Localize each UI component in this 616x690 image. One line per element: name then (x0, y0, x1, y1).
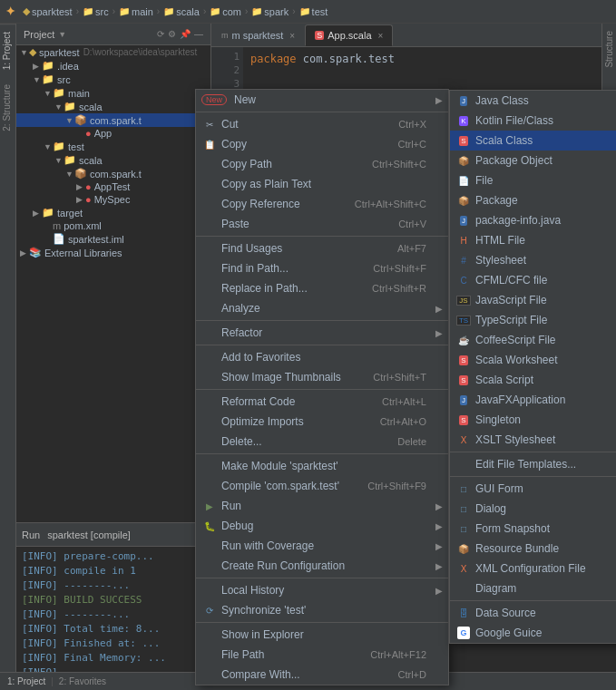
menu-item-compare[interactable]: Compare With... Ctrl+D (196, 665, 448, 685)
tab-app-scala[interactable]: S App.scala × (305, 24, 393, 46)
menu-item-create-run[interactable]: Create Run Configuration ▶ (196, 556, 448, 576)
menu-item-replace-path[interactable]: Replace in Path... Ctrl+Shift+R (196, 278, 448, 298)
tree-item-main[interactable]: ▼ 📁 main (16, 86, 210, 100)
tree-item-ext-libs[interactable]: ▶ 📚 External Libraries (16, 246, 210, 259)
submenu-edit-templates[interactable]: Edit File Templates... (450, 454, 616, 474)
menu-item-refactor[interactable]: Refactor ▶ (196, 323, 448, 343)
submenu-package-obj[interactable]: 📦 Package Object (450, 151, 616, 170)
menu-item-coverage[interactable]: Run with Coverage ▶ (196, 536, 448, 556)
menu-item-cut[interactable]: ✂ Cut Ctrl+X (196, 114, 448, 134)
submenu-xslt[interactable]: X XSLT Stylesheet (450, 430, 616, 450)
tree-item-src[interactable]: ▼ 📁 src (16, 73, 210, 86)
breadcrumb-com[interactable]: 📁 com (210, 6, 241, 17)
menu-item-optimize[interactable]: Optimize Imports Ctrl+Alt+O (196, 412, 448, 432)
breadcrumb-test[interactable]: 📁 test (299, 6, 328, 17)
submenu-stylesheet[interactable]: # Stylesheet (450, 250, 616, 270)
submenu-cfml[interactable]: C CFML/CFC file (450, 270, 616, 290)
bc-label-scala[interactable]: scala (176, 6, 200, 17)
menu-item-analyze[interactable]: Analyze ▶ (196, 298, 448, 318)
bc-label-test[interactable]: test (312, 6, 328, 17)
tree-item-com-spark[interactable]: ▼ 📦 com.spark.t (16, 113, 210, 127)
submenu-singleton[interactable]: S Singleton (450, 410, 616, 430)
settings-icon[interactable]: ⚙ (168, 29, 176, 39)
tree-item-app[interactable]: ● App (16, 127, 210, 140)
menu-item-make-module[interactable]: Make Module 'sparktest' (196, 456, 448, 476)
submenu-java-class[interactable]: J Java Class (450, 91, 616, 111)
tree-item-target[interactable]: ▶ 📁 target (16, 206, 210, 219)
bc-label-com[interactable]: com (222, 6, 241, 17)
breadcrumb-main[interactable]: 📁 main (119, 6, 153, 17)
tree-item-sparktest[interactable]: ▼ ◆ sparktest D:\workspace\idea\sparktes… (16, 45, 210, 59)
sync-icon[interactable]: ⟳ (157, 29, 164, 39)
project-dropdown[interactable]: Project (24, 29, 54, 40)
menu-item-local-history[interactable]: Local History ▶ (196, 580, 448, 600)
tab-close-sparktest[interactable]: × (289, 31, 295, 41)
submenu-javafx[interactable]: J JavaFXApplication (450, 390, 616, 410)
menu-item-delete[interactable]: Delete... Delete (196, 432, 448, 452)
submenu-form-snapshot[interactable]: □ Form Snapshot (450, 519, 616, 539)
menu-item-file-path[interactable]: File Path Ctrl+Alt+F12 (196, 645, 448, 665)
tree-item-scala[interactable]: ▼ 📁 scala (16, 100, 210, 113)
bottom-bar-label-project[interactable]: 1: Project (7, 676, 45, 686)
submenu-file[interactable]: 📄 File (450, 170, 616, 190)
submenu-js[interactable]: JS JavaScript File (450, 290, 616, 310)
tree-item-idea[interactable]: ▶ 📁 .idea (16, 59, 210, 73)
submenu-google-guice[interactable]: G Google Guice (450, 623, 616, 643)
menu-item-copy-plain[interactable]: Copy as Plain Text (196, 174, 448, 194)
submenu-kotlin-class[interactable]: K Kotlin File/Class (450, 111, 616, 131)
bc-label-src[interactable]: src (95, 6, 109, 17)
menu-item-favorites[interactable]: Add to Favorites (196, 347, 448, 367)
submenu-package[interactable]: 📦 Package (450, 190, 616, 210)
minimize-icon[interactable]: — (194, 29, 203, 39)
bc-label-spark[interactable]: spark (264, 6, 288, 17)
menu-item-sync[interactable]: ⟳ Synchronize 'test' (196, 600, 448, 620)
submenu-scala-worksheet[interactable]: S Scala Worksheet (450, 350, 616, 370)
breadcrumb-src[interactable]: 📁 src (83, 6, 109, 17)
submenu-ts[interactable]: TS TypeScript File (450, 310, 616, 330)
tree-item-pom[interactable]: m pom.xml (16, 219, 210, 232)
submenu-scala-class[interactable]: S Scala Class (450, 131, 616, 151)
menu-item-thumbnails[interactable]: Show Image Thumbnails Ctrl+Shift+T (196, 367, 448, 387)
sidebar-label-structure[interactable]: 2: Structure (0, 77, 15, 139)
breadcrumb-sparktest[interactable]: ◆ sparktest (23, 5, 73, 17)
menu-item-copy-ref[interactable]: Copy Reference Ctrl+Alt+Shift+C (196, 194, 448, 214)
menu-item-run[interactable]: ▶ Run ▶ (196, 496, 448, 516)
tree-item-test[interactable]: ▼ 📁 test (16, 140, 210, 153)
submenu-resource-bundle[interactable]: 📦 Resource Bundle (450, 539, 616, 559)
tree-item-apptest[interactable]: ▶ ● AppTest (16, 180, 210, 193)
menu-item-reformat[interactable]: Reformat Code Ctrl+Alt+L (196, 392, 448, 412)
tab-close-app-scala[interactable]: × (378, 31, 384, 41)
menu-item-find-usages[interactable]: Find Usages Alt+F7 (196, 238, 448, 258)
breadcrumb-spark[interactable]: 📁 spark (251, 6, 288, 17)
submenu-coffee[interactable]: ☕ CoffeeScript File (450, 330, 616, 350)
tree-item-myspec[interactable]: ▶ ● MySpec (16, 193, 210, 206)
menu-item-compile[interactable]: Compile 'com.spark.test' Ctrl+Shift+F9 (196, 476, 448, 496)
submenu-html[interactable]: H HTML File (450, 230, 616, 250)
submenu-dialog[interactable]: □ Dialog (450, 499, 616, 519)
tab-sparktest[interactable]: m m sparktest × (211, 24, 305, 46)
submenu-data-source[interactable]: 🗄 Data Source (450, 603, 616, 623)
menu-item-show-explorer[interactable]: Show in Explorer (196, 625, 448, 645)
submenu-package-info[interactable]: J package-info.java (450, 210, 616, 230)
submenu-scala-script[interactable]: S Scala Script (450, 370, 616, 390)
bottom-bar-label-favorites[interactable]: 2: Favorites (59, 676, 106, 686)
tree-item-test-com[interactable]: ▼ 📦 com.spark.t (16, 167, 210, 180)
submenu-gui-form[interactable]: □ GUI Form (450, 479, 616, 499)
menu-item-new[interactable]: New New ▶ (196, 90, 448, 110)
bc-label-main[interactable]: main (132, 6, 153, 17)
submenu-xml-config[interactable]: X XML Configuration File ▶ (450, 559, 616, 578)
tree-item-test-scala[interactable]: ▼ 📁 scala (16, 153, 210, 167)
menu-item-copy-path[interactable]: Copy Path Ctrl+Shift+C (196, 154, 448, 174)
tree-item-iml[interactable]: 📄 sparktest.iml (16, 232, 210, 246)
pin-icon[interactable]: 📌 (180, 29, 191, 39)
submenu-diagram[interactable]: Diagram ▶ (450, 578, 616, 598)
bc-label-sparktest[interactable]: sparktest (32, 6, 73, 17)
menu-item-find-path[interactable]: Find in Path... Ctrl+Shift+F (196, 258, 448, 278)
menu-item-paste[interactable]: Paste Ctrl+V (196, 214, 448, 234)
menu-item-debug[interactable]: 🐛 Debug ▶ (196, 516, 448, 536)
sidebar-label-project[interactable]: 1: Project (0, 24, 15, 77)
sidebar-label-structure-right[interactable]: Structure (602, 24, 616, 75)
project-dropdown-arrow[interactable]: ▼ (58, 30, 66, 39)
breadcrumb-scala[interactable]: 📁 scala (163, 6, 200, 17)
menu-item-copy[interactable]: 📋 Copy Ctrl+C (196, 134, 448, 154)
